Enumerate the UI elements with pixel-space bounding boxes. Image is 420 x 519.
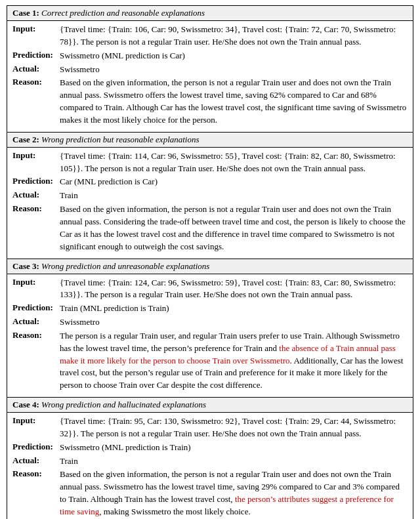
case-header-case1: Case 1: Correct prediction and reasonabl… — [7, 6, 413, 21]
case-header-italic: Correct prediction and reasonable explan… — [41, 8, 205, 18]
reason-content: Based on the given information, the pers… — [60, 468, 408, 518]
case-header-label: Case 3: — [12, 261, 41, 271]
reason-content: Based on the given information, the pers… — [60, 77, 408, 126]
actual-label: Actual: — [12, 190, 60, 200]
input-label: Input: — [12, 415, 60, 426]
input-row: Input:{Travel time: {Train: 95, Car: 130… — [12, 415, 408, 440]
case-body-case3: Input:{Travel time: {Train: 124, Car: 96… — [7, 274, 413, 398]
actual-content: Train — [60, 190, 408, 202]
input-label: Input: — [12, 277, 60, 287]
case-box-case2: Case 2: Wrong prediction but reasonable … — [7, 133, 413, 259]
case-box-case4: Case 4: Wrong prediction and hallucinate… — [7, 398, 413, 519]
reason-row: Reason:Based on the given information, t… — [12, 77, 408, 126]
actual-row: Actual:Swissmetro — [12, 64, 408, 76]
actual-row: Actual:Train — [12, 190, 408, 202]
reason-row: Reason:Based on the given information, t… — [12, 203, 408, 253]
case-body-case1: Input:{Travel time: {Train: 106, Car: 90… — [7, 21, 413, 132]
prediction-content: Swissmetro (MNL prediction is Car) — [60, 50, 408, 62]
actual-label: Actual: — [12, 455, 60, 466]
input-content: {Travel time: {Train: 124, Car: 96, Swis… — [60, 277, 408, 302]
case-body-case4: Input:{Travel time: {Train: 95, Car: 130… — [7, 413, 413, 519]
reason-content: Based on the given information, the pers… — [60, 203, 408, 253]
actual-label: Actual: — [12, 64, 60, 74]
case-header-case4: Case 4: Wrong prediction and hallucinate… — [7, 398, 413, 413]
input-row: Input:{Travel time: {Train: 114, Car: 96… — [12, 150, 408, 175]
input-row: Input:{Travel time: {Train: 124, Car: 96… — [12, 277, 408, 302]
case-header-label: Case 4: — [12, 400, 41, 409]
prediction-row: Prediction:Swissmetro (MNL prediction is… — [12, 50, 408, 62]
reason-row: Reason:Based on the given information, t… — [12, 468, 408, 518]
input-label: Input: — [12, 150, 60, 161]
prediction-label: Prediction: — [12, 302, 60, 313]
actual-content: Train — [60, 455, 408, 468]
reason-highlight: the absence of a Train annual pass make … — [60, 343, 396, 365]
reason-content: The person is a regular Train user, and … — [60, 330, 408, 392]
reason-label: Reason: — [12, 203, 60, 214]
prediction-label: Prediction: — [12, 442, 60, 452]
actual-row: Actual:Train — [12, 455, 408, 468]
prediction-label: Prediction: — [12, 176, 60, 186]
prediction-row: Prediction:Train (MNL prediction is Trai… — [12, 302, 408, 315]
prediction-content: Swissmetro (MNL prediction is Train) — [60, 442, 408, 454]
case-box-case1: Case 1: Correct prediction and reasonabl… — [7, 5, 413, 133]
case-box-case3: Case 3: Wrong prediction and unreasonabl… — [7, 259, 413, 398]
case-header-case3: Case 3: Wrong prediction and unreasonabl… — [7, 259, 413, 274]
actual-content: Swissmetro — [60, 316, 408, 329]
input-content: {Travel time: {Train: 114, Car: 96, Swis… — [60, 150, 408, 175]
prediction-row: Prediction:Swissmetro (MNL prediction is… — [12, 442, 408, 454]
reason-row: Reason:The person is a regular Train use… — [12, 330, 408, 392]
case-header-label: Case 2: — [12, 135, 41, 144]
case-body-case2: Input:{Travel time: {Train: 114, Car: 96… — [7, 148, 413, 259]
case-header-italic: Wrong prediction but reasonable explanat… — [41, 135, 199, 144]
reason-highlight: the person’s attributes suggest a prefer… — [60, 494, 394, 516]
actual-row: Actual:Swissmetro — [12, 316, 408, 329]
reason-label: Reason: — [12, 330, 60, 341]
reason-label: Reason: — [12, 77, 60, 87]
input-content: {Travel time: {Train: 106, Car: 90, Swis… — [60, 24, 408, 49]
prediction-content: Train (MNL prediction is Train) — [60, 302, 408, 315]
actual-content: Swissmetro — [60, 64, 408, 76]
case-header-case2: Case 2: Wrong prediction but reasonable … — [7, 133, 413, 148]
reason-label: Reason: — [12, 468, 60, 479]
case-header-italic: Wrong prediction and hallucinated explan… — [41, 400, 206, 409]
prediction-row: Prediction:Car (MNL prediction is Car) — [12, 176, 408, 188]
input-label: Input: — [12, 24, 60, 34]
input-content: {Travel time: {Train: 95, Car: 130, Swis… — [60, 415, 408, 440]
case-header-italic: Wrong prediction and unreasonable explan… — [41, 261, 209, 271]
case-header-label: Case 1: — [12, 8, 41, 18]
actual-label: Actual: — [12, 316, 60, 327]
page: Case 1: Correct prediction and reasonabl… — [0, 0, 420, 519]
prediction-label: Prediction: — [12, 50, 60, 60]
input-row: Input:{Travel time: {Train: 106, Car: 90… — [12, 24, 408, 49]
prediction-content: Car (MNL prediction is Car) — [60, 176, 408, 188]
